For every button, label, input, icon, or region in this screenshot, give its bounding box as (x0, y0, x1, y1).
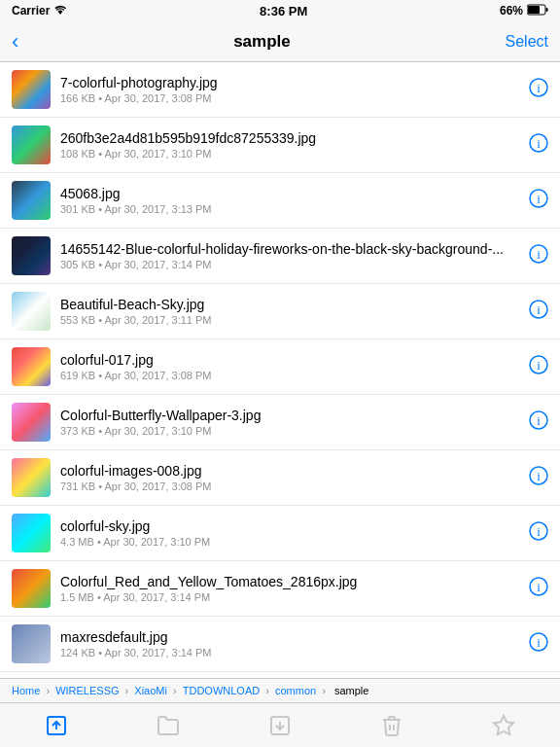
file-info: colorful-017.jpg 619 KB • Apr 30, 2017, … (60, 352, 521, 381)
svg-text:i: i (537, 136, 541, 151)
select-button[interactable]: Select (506, 33, 548, 51)
file-info-button[interactable]: i (529, 521, 548, 546)
svg-text:i: i (537, 247, 541, 262)
file-thumbnail (12, 70, 51, 109)
file-meta: 4.3 MB • Apr 30, 2017, 3:10 PM (60, 536, 521, 548)
breadcrumb-item[interactable]: XiaoMi (134, 685, 167, 696)
file-name: colorful-images-008.jpg (60, 463, 521, 479)
breadcrumb-separator: › (319, 685, 329, 696)
back-button[interactable]: ‹ (12, 29, 18, 54)
battery-icon (527, 4, 548, 18)
status-bar: Carrier 8:36 PM 66% (0, 0, 560, 21)
svg-text:i: i (537, 192, 541, 206)
download-button[interactable] (253, 714, 307, 737)
breadcrumb-item[interactable]: Home (12, 685, 40, 696)
file-info: 260fb3e2a4d81b595b919fdc87255339.jpg 108… (60, 130, 521, 160)
file-info-button[interactable]: i (529, 355, 548, 379)
list-item[interactable]: 7-colorful-photography.jpg 166 KB • Apr … (0, 62, 560, 118)
wifi-icon (53, 4, 67, 18)
upload-button[interactable] (29, 714, 84, 737)
file-list: 7-colorful-photography.jpg 166 KB • Apr … (0, 62, 560, 678)
list-item[interactable]: Beautiful-Beach-Sky.jpg 553 KB • Apr 30,… (0, 284, 560, 339)
file-name: 7-colorful-photography.jpg (60, 75, 521, 90)
svg-rect-2 (546, 8, 548, 12)
file-name: maxresdefault.jpg (60, 629, 521, 645)
file-name: 14655142-Blue-colorful-holiday-fireworks… (60, 241, 521, 257)
file-info-button[interactable]: i (529, 244, 548, 268)
file-info-button[interactable]: i (529, 78, 548, 102)
file-name: Colorful_Red_and_Yellow_Tomatoes_2816px.… (60, 574, 521, 589)
svg-text:i: i (537, 469, 541, 483)
file-name: colorful-sky.jpg (60, 518, 521, 534)
file-meta: 108 KB • Apr 30, 2017, 3:10 PM (60, 148, 521, 160)
file-info: 7-colorful-photography.jpg 166 KB • Apr … (60, 75, 521, 104)
star-button[interactable] (476, 714, 531, 737)
svg-text:i: i (537, 81, 541, 95)
status-right: 66% (500, 4, 548, 18)
file-info: colorful-sky.jpg 4.3 MB • Apr 30, 2017, … (60, 518, 521, 548)
file-info: 45068.jpg 301 KB • Apr 30, 2017, 3:13 PM (60, 186, 521, 215)
breadcrumb-item[interactable]: common (275, 685, 316, 696)
svg-rect-1 (528, 6, 540, 14)
svg-marker-33 (494, 716, 513, 734)
file-name: Beautiful-Beach-Sky.jpg (60, 297, 521, 312)
breadcrumb-separator: › (43, 685, 52, 696)
file-meta: 373 KB • Apr 30, 2017, 3:10 PM (60, 425, 521, 437)
trash-button[interactable] (365, 714, 419, 737)
list-item[interactable]: Colorful_Red_and_Yellow_Tomatoes_2816px.… (0, 561, 560, 617)
list-item[interactable]: maxresdefault.jpg 124 KB • Apr 30, 2017,… (0, 617, 560, 672)
breadcrumb-item[interactable]: TDDOWNLOAD (183, 685, 260, 696)
file-meta: 305 KB • Apr 30, 2017, 3:14 PM (60, 259, 521, 270)
file-name: colorful-017.jpg (60, 352, 521, 368)
file-thumbnail (12, 624, 51, 663)
file-info-button[interactable]: i (529, 577, 548, 601)
file-meta: 301 KB • Apr 30, 2017, 3:13 PM (60, 203, 521, 215)
file-info: 14655142-Blue-colorful-holiday-fireworks… (60, 241, 521, 270)
list-item[interactable]: 14655142-Blue-colorful-holiday-fireworks… (0, 229, 560, 284)
file-info: colorful-images-008.jpg 731 KB • Apr 30,… (60, 463, 521, 492)
list-item[interactable]: 260fb3e2a4d81b595b919fdc87255339.jpg 108… (0, 118, 560, 173)
battery-label: 66% (500, 4, 523, 18)
file-thumbnail (12, 292, 51, 331)
file-info-button[interactable]: i (529, 466, 548, 490)
list-item[interactable]: colorful-017.jpg 619 KB • Apr 30, 2017, … (0, 339, 560, 395)
folder-button[interactable] (141, 714, 195, 737)
breadcrumb-item[interactable]: WIRELESSG (55, 685, 119, 696)
file-info: Beautiful-Beach-Sky.jpg 553 KB • Apr 30,… (60, 297, 521, 326)
file-name: 45068.jpg (60, 186, 521, 201)
nav-bar: ‹ sample Select (0, 21, 560, 62)
list-item[interactable]: colorful-sky.jpg 4.3 MB • Apr 30, 2017, … (0, 506, 560, 561)
list-item[interactable]: 45068.jpg 301 KB • Apr 30, 2017, 3:13 PM… (0, 173, 560, 229)
file-info-button[interactable]: i (529, 300, 548, 324)
file-thumbnail (12, 458, 51, 497)
file-info-button[interactable]: i (529, 189, 548, 213)
file-info-button[interactable]: i (529, 632, 548, 657)
breadcrumb-separator: › (170, 685, 180, 696)
file-thumbnail (12, 236, 51, 275)
svg-text:i: i (537, 635, 541, 650)
file-meta: 1.5 MB • Apr 30, 2017, 3:14 PM (60, 591, 521, 603)
file-thumbnail (12, 569, 51, 608)
svg-text:i: i (537, 358, 541, 373)
list-item[interactable]: Colorful-Butterfly-Wallpaper-3.jpg 373 K… (0, 395, 560, 450)
file-info-button[interactable]: i (529, 410, 548, 435)
carrier-label: Carrier (12, 4, 50, 18)
nav-title: sample (233, 32, 291, 52)
file-meta: 731 KB • Apr 30, 2017, 3:08 PM (60, 480, 521, 492)
status-time: 8:36 PM (260, 4, 307, 18)
svg-text:i: i (537, 580, 541, 594)
list-item[interactable]: colorful-images-008.jpg 731 KB • Apr 30,… (0, 450, 560, 506)
file-name: Colorful-Butterfly-Wallpaper-3.jpg (60, 408, 521, 423)
breadcrumb-current: sample (334, 685, 368, 696)
file-meta: 553 KB • Apr 30, 2017, 3:11 PM (60, 314, 521, 326)
file-thumbnail (12, 181, 51, 220)
breadcrumb-separator: › (262, 685, 272, 696)
file-info-button[interactable]: i (529, 133, 548, 158)
file-info: Colorful-Butterfly-Wallpaper-3.jpg 373 K… (60, 408, 521, 437)
breadcrumb: Home › WIRELESSG › XiaoMi › TDDOWNLOAD ›… (0, 678, 560, 702)
file-thumbnail (12, 347, 51, 386)
file-name: 260fb3e2a4d81b595b919fdc87255339.jpg (60, 130, 521, 146)
file-thumbnail (12, 403, 51, 442)
file-thumbnail (12, 125, 51, 164)
file-meta: 619 KB • Apr 30, 2017, 3:08 PM (60, 370, 521, 381)
